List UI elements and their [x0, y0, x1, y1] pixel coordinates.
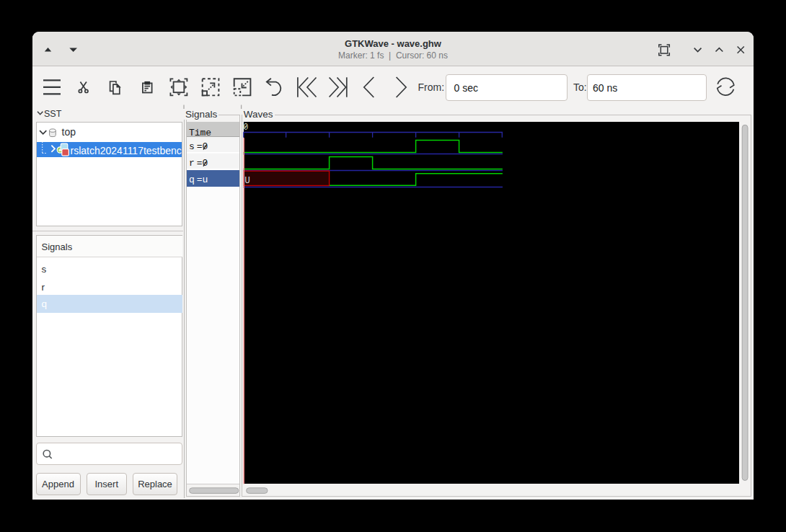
svg-text:U: U	[244, 176, 250, 186]
